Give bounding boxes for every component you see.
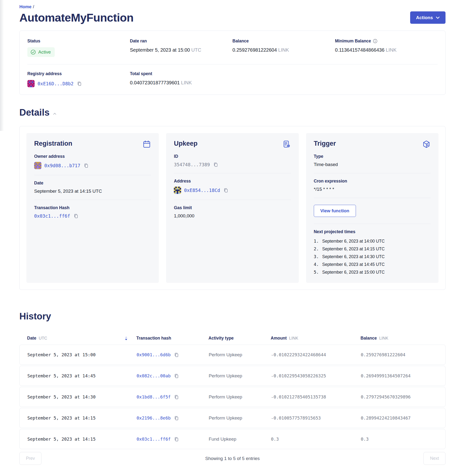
registration-date-value: September 5, 2023 at 14:15 UTC [34,188,151,194]
upkeep-address-link[interactable]: 0xE854...18Cd [184,187,220,193]
column-date: Date [27,336,36,341]
row-hash-link[interactable]: 0x1bd8...6f5f [137,394,171,400]
copy-icon[interactable] [173,352,179,357]
table-row: September 5, 2023 at 14:45 0x082c...00ab… [19,366,445,386]
row-hash-link[interactable]: 0x03c1...ff6f [137,436,171,442]
balance-label: Balance [232,39,335,44]
copy-icon[interactable] [83,163,89,168]
row-amount: -0.010229543058226325 [271,373,361,378]
table-row: September 5, 2023 at 14:30 0x1bd8...6f5f… [19,387,445,407]
row-hash-link[interactable]: 0x082c...00ab [137,373,171,378]
gas-limit-value: 1,000,000 [174,213,291,219]
overview-divider [27,64,437,64]
info-icon[interactable] [373,39,378,43]
copy-icon[interactable] [223,188,228,193]
list-item-number: 5. [314,268,319,276]
check-circle-icon [31,50,36,55]
list-item-number: 3. [314,253,319,261]
registry-address-label: Registry address [27,71,130,76]
divider [174,173,291,173]
row-balance: 0.27972945670329896 [361,394,438,400]
list-item: 4.September 6, 2023 at 14:45 UTC [314,261,431,268]
upkeep-address-label: Address [174,178,291,184]
min-balance-value: 0.11364157484866436 [335,47,385,53]
min-balance-suffix: LINK [386,47,396,53]
column-activity-type: Activity type [208,336,234,341]
actions-button-label: Actions [416,15,433,20]
upkeep-id-value: 354748...7389 [174,162,210,167]
row-balance: 0.3 [361,436,438,442]
row-activity-type: Perform Upkeep [209,373,271,379]
divider [174,200,291,200]
list-item-text: September 6, 2023 at 15:00 UTC [322,268,385,276]
prev-page-button[interactable]: Prev [19,452,41,465]
page-header: AutomateMyFunction Actions [19,11,445,24]
total-spent-field: Total spent 0.04072301877739601 LINK [130,71,233,87]
total-spent-label: Total spent [130,71,233,76]
document-gear-icon [282,140,291,149]
actions-button[interactable]: Actions [410,11,445,24]
calendar-icon [142,140,151,149]
owner-identicon [34,162,41,169]
upkeep-card: Upkeep ID 354748...7389 Address [166,133,298,283]
row-date: September 5, 2023 at 14:15 [27,436,137,442]
row-activity-type: Perform Upkeep [209,394,271,400]
next-page-button[interactable]: Next [423,452,445,465]
registry-identicon [27,80,35,87]
balance-field: Balance 0.259276981222604 LINK [232,39,335,57]
column-balance: Balance [361,336,377,341]
copy-icon[interactable] [173,437,179,442]
owner-address-label: Owner address [34,154,151,159]
status-badge-text: Active [38,50,51,55]
column-date-suffix: UTC [39,336,47,341]
column-amount: Amount [271,336,287,341]
list-item-text: September 6, 2023 at 14:00 UTC [322,237,385,245]
collapse-details-button[interactable] [53,113,57,115]
row-balance: 0.259276981222604 [361,352,438,357]
trigger-type-label: Type [314,154,431,159]
copy-icon[interactable] [173,374,179,378]
list-item-number: 4. [314,261,319,268]
divider [314,198,431,198]
registry-address-field: Registry address 0xE16D...D8b2 [27,71,130,87]
copy-icon[interactable] [173,416,179,420]
row-date: September 5, 2023 at 14:15 [27,416,137,420]
copy-icon[interactable] [76,81,82,86]
registration-date-label: Date [34,180,151,186]
list-item-number: 1. [314,237,319,245]
upkeep-id-label: ID [174,154,291,159]
row-amount: -0.0100577578915653 [271,416,361,420]
gas-limit-label: Gas limit [174,205,291,210]
copy-icon[interactable] [213,162,218,167]
copy-icon[interactable] [73,213,78,218]
row-date: September 5, 2023 at 14:45 [27,373,137,378]
details-heading-text: Details [19,107,50,118]
owner-address-link[interactable]: 0x9d08...b717 [44,163,80,168]
upkeep-address-identicon [174,187,181,194]
divider [314,224,431,224]
copy-icon[interactable] [173,395,179,400]
total-spent-suffix: LINK [181,80,192,85]
trigger-title: Trigger [314,140,336,147]
row-hash-link[interactable]: 0x2196...8e6b [137,416,171,420]
cron-expression-value: */15 * * * * [314,187,431,192]
history-table-header: Date UTC Transaction hash Activity type … [19,336,445,341]
row-balance: 0.28994224210843467 [361,416,438,420]
registry-address-link[interactable]: 0xE16D...D8b2 [38,81,74,86]
sort-icon[interactable] [125,336,128,340]
list-item-text: September 6, 2023 at 14:30 UTC [322,253,385,261]
list-item: 1.September 6, 2023 at 14:00 UTC [314,237,431,245]
upkeep-title: Upkeep [174,140,198,147]
view-function-button[interactable]: View function [314,205,356,217]
balance-suffix: LINK [278,47,289,53]
status-label: Status [27,39,130,44]
registration-card: Registration Owner address [26,133,159,283]
registration-tx-link[interactable]: 0x03c1...ff6f [34,213,70,219]
trigger-card: Trigger Type Time-based Cron expression … [306,133,438,283]
row-hash-link[interactable]: 0x9001...6d6b [137,352,171,357]
registration-title: Registration [34,140,72,147]
breadcrumb-home-link[interactable]: Home [19,4,32,9]
row-amount: 0.3 [271,436,361,442]
history-heading-text: History [19,311,51,322]
history-heading: History [19,311,445,322]
